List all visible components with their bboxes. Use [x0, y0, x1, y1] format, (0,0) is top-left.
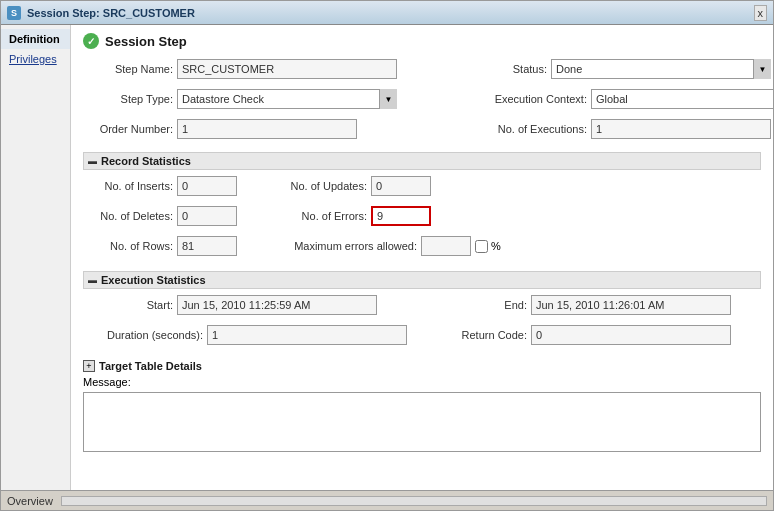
- step-name-label: Step Name:: [83, 63, 173, 75]
- order-number-row: Order Number:: [83, 119, 397, 139]
- check-icon: ✓: [83, 33, 99, 49]
- no-of-rows-label: No. of Rows:: [83, 240, 173, 252]
- session-step-header: ✓ Session Step: [83, 33, 761, 49]
- order-number-label: Order Number:: [83, 123, 173, 135]
- no-of-deletes-input[interactable]: [177, 206, 237, 226]
- status-label: Status:: [457, 63, 547, 75]
- no-of-errors-input[interactable]: [371, 206, 431, 226]
- message-label: Message:: [83, 376, 761, 388]
- status-bar: Overview: [1, 490, 773, 510]
- no-of-errors-label: No. of Errors:: [277, 210, 367, 222]
- record-statistics-section: ▬ Record Statistics No. of Inserts: No. …: [83, 152, 761, 261]
- status-row: Status: Done ▼: [457, 59, 773, 79]
- status-label: Overview: [7, 495, 53, 507]
- close-button[interactable]: x: [754, 5, 768, 21]
- no-of-executions-row: No. of Executions:: [457, 119, 773, 139]
- no-of-executions-label: No. of Executions:: [457, 123, 587, 135]
- no-of-rows-input[interactable]: [177, 236, 237, 256]
- status-select-wrapper: Done ▼: [551, 59, 771, 79]
- execution-statistics-section: ▬ Execution Statistics Start: Duration (…: [83, 271, 761, 350]
- percent-label: %: [491, 240, 501, 252]
- window-title: Session Step: SRC_CUSTOMER: [27, 7, 748, 19]
- max-errors-input[interactable]: [421, 236, 471, 256]
- percent-wrapper: %: [475, 240, 501, 253]
- message-area: [83, 392, 761, 452]
- target-table-header: + Target Table Details: [83, 360, 761, 372]
- no-of-inserts-row: No. of Inserts:: [83, 176, 237, 196]
- status-select[interactable]: Done: [551, 59, 771, 79]
- execution-context-row: Execution Context: Global ▼: [457, 89, 773, 109]
- start-input[interactable]: [177, 295, 377, 315]
- return-code-row: Return Code:: [437, 325, 731, 345]
- order-number-input[interactable]: [177, 119, 357, 139]
- record-statistics-header: ▬ Record Statistics: [83, 152, 761, 170]
- duration-row: Duration (seconds):: [83, 325, 407, 345]
- main-content: Definition Privileges ✓ Session Step Ste…: [1, 25, 773, 490]
- return-code-input[interactable]: [531, 325, 731, 345]
- title-bar: S Session Step: SRC_CUSTOMER x: [1, 1, 773, 25]
- sidebar-item-privileges[interactable]: Privileges: [1, 49, 70, 69]
- sidebar: Definition Privileges: [1, 25, 71, 490]
- return-code-label: Return Code:: [437, 329, 527, 341]
- max-errors-row: Maximum errors allowed: %: [277, 236, 501, 256]
- step-type-row: Step Type: Datastore Check ▼: [83, 89, 397, 109]
- no-of-deletes-row: No. of Deletes:: [83, 206, 237, 226]
- no-of-inserts-label: No. of Inserts:: [83, 180, 173, 192]
- session-step-title: Session Step: [105, 34, 187, 49]
- end-label: End:: [437, 299, 527, 311]
- duration-label: Duration (seconds):: [83, 329, 203, 341]
- start-row: Start:: [83, 295, 407, 315]
- target-table-toggle[interactable]: +: [83, 360, 95, 372]
- no-of-errors-row: No. of Errors:: [277, 206, 501, 226]
- sidebar-item-definition[interactable]: Definition: [1, 29, 70, 49]
- execution-statistics-toggle[interactable]: ▬: [88, 275, 97, 285]
- record-statistics-toggle[interactable]: ▬: [88, 156, 97, 166]
- record-statistics-title: Record Statistics: [101, 155, 191, 167]
- start-label: Start:: [83, 299, 173, 311]
- duration-input[interactable]: [207, 325, 407, 345]
- execution-statistics-title: Execution Statistics: [101, 274, 206, 286]
- no-of-deletes-label: No. of Deletes:: [83, 210, 173, 222]
- execution-context-select[interactable]: Global: [591, 89, 773, 109]
- content-area: ✓ Session Step Step Name: Step Type: Dat…: [71, 25, 773, 490]
- step-name-row: Step Name:: [83, 59, 397, 79]
- no-of-updates-label: No. of Updates:: [277, 180, 367, 192]
- no-of-rows-row: No. of Rows:: [83, 236, 237, 256]
- no-of-executions-input[interactable]: [591, 119, 771, 139]
- no-of-updates-input[interactable]: [371, 176, 431, 196]
- execution-context-wrapper: Global ▼: [591, 89, 773, 109]
- target-table-title: Target Table Details: [99, 360, 202, 372]
- no-of-inserts-input[interactable]: [177, 176, 237, 196]
- execution-statistics-header: ▬ Execution Statistics: [83, 271, 761, 289]
- scrollbar[interactable]: [61, 496, 767, 506]
- percent-checkbox[interactable]: [475, 240, 488, 253]
- window-icon: S: [7, 6, 21, 20]
- step-type-select[interactable]: Datastore Check: [177, 89, 397, 109]
- step-name-input[interactable]: [177, 59, 397, 79]
- end-input[interactable]: [531, 295, 731, 315]
- end-row: End:: [437, 295, 731, 315]
- no-of-updates-row: No. of Updates:: [277, 176, 501, 196]
- main-window: S Session Step: SRC_CUSTOMER x Definitio…: [0, 0, 774, 511]
- step-type-label: Step Type:: [83, 93, 173, 105]
- execution-context-label: Execution Context:: [457, 93, 587, 105]
- target-table-section: + Target Table Details Message:: [83, 360, 761, 452]
- step-type-select-wrapper: Datastore Check ▼: [177, 89, 397, 109]
- max-errors-label: Maximum errors allowed:: [277, 240, 417, 252]
